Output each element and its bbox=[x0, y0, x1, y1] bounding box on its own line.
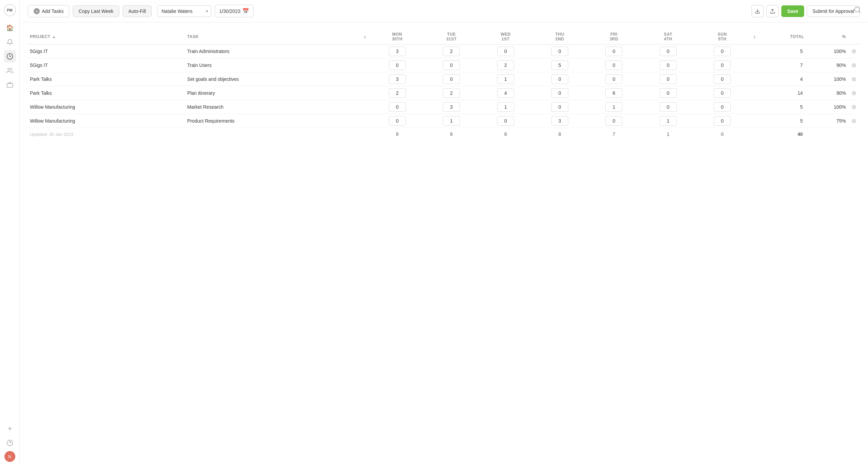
sidebar-item-home[interactable]: 🏠 bbox=[4, 22, 16, 34]
tue-input[interactable] bbox=[443, 88, 460, 98]
thu-cell[interactable] bbox=[533, 100, 587, 114]
thu-cell[interactable] bbox=[533, 44, 587, 58]
fri-cell[interactable] bbox=[587, 44, 641, 58]
mon-input[interactable] bbox=[389, 74, 406, 84]
sun-input[interactable] bbox=[714, 74, 731, 84]
tue-input[interactable] bbox=[443, 102, 460, 112]
remove-row-button[interactable]: ⊗ bbox=[850, 90, 858, 96]
sat-input[interactable] bbox=[660, 47, 677, 56]
wed-input[interactable] bbox=[497, 60, 514, 70]
sun-cell[interactable] bbox=[695, 86, 749, 100]
fri-cell[interactable] bbox=[587, 100, 641, 114]
wed-cell[interactable] bbox=[479, 58, 533, 72]
tue-cell[interactable] bbox=[424, 58, 478, 72]
next-week-button[interactable]: › bbox=[752, 33, 757, 40]
mon-input[interactable] bbox=[389, 47, 406, 56]
sat-input[interactable] bbox=[660, 88, 677, 98]
sun-cell[interactable] bbox=[695, 114, 749, 128]
wed-input[interactable] bbox=[497, 88, 514, 98]
thu-input[interactable] bbox=[551, 88, 568, 98]
tue-cell[interactable] bbox=[424, 72, 478, 86]
remove-row-button[interactable]: ⊗ bbox=[850, 118, 858, 124]
fri-input[interactable] bbox=[605, 88, 622, 98]
sidebar-add-button[interactable] bbox=[4, 423, 16, 435]
mon-input[interactable] bbox=[389, 102, 406, 112]
thu-cell[interactable] bbox=[533, 114, 587, 128]
fri-input[interactable] bbox=[605, 60, 622, 70]
remove-row-button[interactable]: ⊗ bbox=[850, 76, 858, 82]
submit-approval-button[interactable]: Submit for Approval bbox=[807, 5, 860, 17]
tue-input[interactable] bbox=[443, 116, 460, 126]
fri-input[interactable] bbox=[605, 74, 622, 84]
sun-input[interactable] bbox=[714, 88, 731, 98]
sat-input[interactable] bbox=[660, 60, 677, 70]
wed-cell[interactable] bbox=[479, 86, 533, 100]
sat-cell[interactable] bbox=[641, 44, 695, 58]
sun-cell[interactable] bbox=[695, 72, 749, 86]
fri-cell[interactable] bbox=[587, 72, 641, 86]
save-button[interactable]: Save bbox=[781, 5, 804, 17]
wed-cell[interactable] bbox=[479, 44, 533, 58]
avatar[interactable]: N bbox=[4, 451, 15, 462]
mon-cell[interactable] bbox=[370, 44, 424, 58]
tue-input[interactable] bbox=[443, 47, 460, 56]
thu-cell[interactable] bbox=[533, 72, 587, 86]
tue-cell[interactable] bbox=[424, 114, 478, 128]
thu-input[interactable] bbox=[551, 60, 568, 70]
upload-button[interactable] bbox=[766, 5, 779, 17]
nav-next-header[interactable]: › bbox=[749, 29, 760, 44]
mon-input[interactable] bbox=[389, 116, 406, 126]
sun-cell[interactable] bbox=[695, 44, 749, 58]
date-picker[interactable]: 1/30/2023 📅 bbox=[215, 5, 254, 17]
sat-input[interactable] bbox=[660, 74, 677, 84]
mon-cell[interactable] bbox=[370, 100, 424, 114]
thu-cell[interactable] bbox=[533, 86, 587, 100]
tue-input[interactable] bbox=[443, 60, 460, 70]
search-icon-top[interactable] bbox=[854, 6, 861, 15]
add-tasks-button[interactable]: + Add Tasks bbox=[28, 5, 69, 17]
remove-row-button[interactable]: ⊗ bbox=[850, 48, 858, 54]
mon-cell[interactable] bbox=[370, 114, 424, 128]
wed-input[interactable] bbox=[497, 47, 514, 56]
mon-input[interactable] bbox=[389, 60, 406, 70]
remove-row-button[interactable]: ⊗ bbox=[850, 62, 858, 68]
tue-input[interactable] bbox=[443, 74, 460, 84]
mon-cell[interactable] bbox=[370, 86, 424, 100]
sun-input[interactable] bbox=[714, 47, 731, 56]
user-select-input[interactable]: Natalie Waters bbox=[157, 5, 211, 17]
fri-cell[interactable] bbox=[587, 114, 641, 128]
prev-week-button[interactable]: ‹ bbox=[363, 33, 367, 40]
fri-input[interactable] bbox=[605, 102, 622, 112]
sidebar-item-people[interactable] bbox=[4, 65, 16, 77]
sun-input[interactable] bbox=[714, 102, 731, 112]
thu-cell[interactable] bbox=[533, 58, 587, 72]
sat-cell[interactable] bbox=[641, 86, 695, 100]
fri-input[interactable] bbox=[605, 116, 622, 126]
wed-cell[interactable] bbox=[479, 100, 533, 114]
sat-input[interactable] bbox=[660, 116, 677, 126]
sidebar-help-button[interactable] bbox=[4, 437, 16, 449]
sat-cell[interactable] bbox=[641, 58, 695, 72]
thu-input[interactable] bbox=[551, 74, 568, 84]
sun-input[interactable] bbox=[714, 116, 731, 126]
wed-input[interactable] bbox=[497, 102, 514, 112]
thu-input[interactable] bbox=[551, 102, 568, 112]
copy-last-week-button[interactable]: Copy Last Week bbox=[73, 5, 119, 17]
sat-cell[interactable] bbox=[641, 114, 695, 128]
sun-cell[interactable] bbox=[695, 58, 749, 72]
sidebar-item-notifications[interactable] bbox=[4, 36, 16, 48]
auto-fill-button[interactable]: Auto-Fill bbox=[123, 5, 152, 17]
remove-row-button[interactable]: ⊗ bbox=[850, 104, 858, 110]
wed-input[interactable] bbox=[497, 116, 514, 126]
mon-cell[interactable] bbox=[370, 72, 424, 86]
thu-input[interactable] bbox=[551, 116, 568, 126]
fri-cell[interactable] bbox=[587, 86, 641, 100]
sun-input[interactable] bbox=[714, 60, 731, 70]
thu-input[interactable] bbox=[551, 47, 568, 56]
tue-cell[interactable] bbox=[424, 86, 478, 100]
wed-input[interactable] bbox=[497, 74, 514, 84]
fri-cell[interactable] bbox=[587, 58, 641, 72]
tue-cell[interactable] bbox=[424, 44, 478, 58]
wed-cell[interactable] bbox=[479, 114, 533, 128]
sun-cell[interactable] bbox=[695, 100, 749, 114]
